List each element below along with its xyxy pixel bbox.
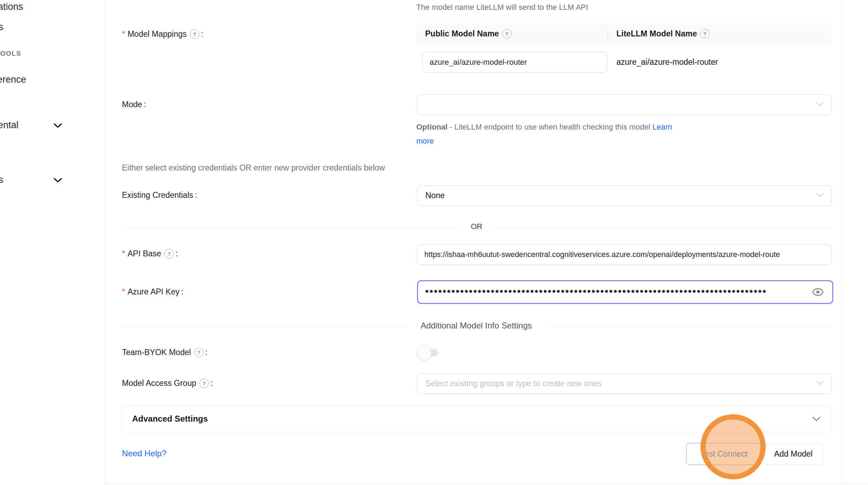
sidebar-item-organizations[interactable]: ations <box>0 1 23 12</box>
api-base-input-wrap <box>417 244 832 265</box>
colon: : <box>181 287 183 297</box>
model-access-group-placeholder: Select existing groups or type to create… <box>417 379 815 388</box>
sidebar-section-tools: TOOLS <box>0 50 21 57</box>
azure-api-key-label: * Azure API Key : <box>122 287 184 297</box>
litellm-model-name-value: azure_ai/azure-model-router <box>616 57 718 67</box>
required-mark: * <box>122 249 125 258</box>
content-right-divider <box>841 0 841 484</box>
learn-more-link[interactable]: more <box>416 137 434 145</box>
colon: : <box>201 29 203 39</box>
public-model-name-input[interactable] <box>423 58 607 67</box>
existing-credentials-label: Existing Credentials : <box>122 190 197 200</box>
api-base-label: * API Base ? : <box>122 249 178 258</box>
label-text: Azure API Key <box>128 287 179 297</box>
colon: : <box>176 249 178 258</box>
or-divider-line-right <box>495 227 831 227</box>
colon: : <box>205 348 207 357</box>
model-access-group-select[interactable]: Select existing groups or type to create… <box>417 373 832 394</box>
hint-optional: Optional <box>416 123 447 131</box>
help-icon[interactable]: ? <box>194 348 204 357</box>
model-access-group-label: Model Access Group ? : <box>122 379 213 388</box>
content-bottom-divider <box>105 484 868 484</box>
sidebar-item-inference[interactable]: erence <box>0 74 26 85</box>
help-icon[interactable]: ? <box>502 29 512 39</box>
mode-hint-line2: more <box>416 137 434 146</box>
or-divider-line-left <box>122 227 458 227</box>
chevron-down-icon <box>53 123 63 130</box>
api-base-input[interactable] <box>417 250 832 259</box>
add-model-page: ations s TOOLS erence ental s The model … <box>0 0 868 485</box>
colon: : <box>211 379 213 388</box>
info-divider-line-right <box>547 326 831 326</box>
column-header-text: Public Model Name <box>425 29 499 39</box>
learn-more-link[interactable]: Learn <box>652 123 672 131</box>
existing-credentials-value: None <box>417 191 815 200</box>
eye-icon[interactable] <box>812 287 824 297</box>
public-model-name-input-wrap <box>422 52 607 73</box>
team-byok-label: Team-BYOK Model ? : <box>122 348 207 357</box>
mode-select[interactable] <box>417 95 832 115</box>
sidebar: ations s TOOLS erence ental s <box>0 0 105 485</box>
azure-api-key-input[interactable]: ••••••••••••••••••••••••••••••••••••••••… <box>417 280 833 304</box>
add-model-button[interactable]: Add Model <box>764 443 823 465</box>
label-text: Mode <box>122 100 142 109</box>
info-divider-line-left <box>122 326 405 326</box>
credentials-note: Either select existing credentials OR en… <box>122 163 385 173</box>
colon: : <box>144 100 146 109</box>
required-mark: * <box>122 29 125 39</box>
hint-body: - LiteLLM endpoint to use when health ch… <box>447 123 652 131</box>
model-mappings-label: * Model Mappings ? : <box>122 29 203 39</box>
sidebar-item-experimental[interactable]: ental <box>0 120 105 132</box>
info-divider-text: Additional Model Info Settings <box>406 321 546 331</box>
need-help-link[interactable]: Need Help? <box>122 449 166 458</box>
label-text: Team-BYOK Model <box>122 348 191 357</box>
or-divider-text: OR <box>458 222 495 231</box>
colon: : <box>195 190 197 200</box>
label-text: API Base <box>128 249 161 258</box>
required-mark: * <box>122 287 125 297</box>
table-column-divider <box>608 28 608 40</box>
label-text: Existing Credentials <box>122 190 193 200</box>
chevron-down-icon <box>53 177 63 185</box>
help-icon[interactable]: ? <box>199 379 209 388</box>
label-text: Model Mappings <box>128 29 187 39</box>
team-byok-toggle-knob[interactable] <box>416 345 432 360</box>
mode-hint-line1: Optional - LiteLLM endpoint to use when … <box>416 123 672 132</box>
help-icon[interactable]: ? <box>164 249 174 258</box>
column-header-litellm-model-name: LiteLLM Model Name ? <box>616 29 710 39</box>
advanced-settings-title: Advanced Settings <box>132 414 812 424</box>
help-icon[interactable]: ? <box>700 29 710 39</box>
sidebar-item-label: ental <box>0 120 19 131</box>
chevron-down-icon <box>815 102 824 109</box>
sidebar-item-models[interactable]: s <box>0 22 4 33</box>
click-highlight-circle <box>700 414 766 479</box>
existing-credentials-select[interactable]: None <box>417 185 832 206</box>
chevron-down-icon <box>812 416 821 422</box>
sidebar-item-settings[interactable]: s <box>0 174 105 186</box>
mode-label: Mode : <box>122 100 146 109</box>
model-name-hint: The model name LiteLLM will send to the … <box>416 3 588 12</box>
chevron-down-icon <box>815 380 824 387</box>
help-icon[interactable]: ? <box>190 29 199 39</box>
chevron-down-icon <box>815 192 824 199</box>
masked-password-dots: ••••••••••••••••••••••••••••••••••••••••… <box>418 286 812 297</box>
label-text: Model Access Group <box>122 379 196 388</box>
column-header-public-model-name: Public Model Name ? <box>425 29 512 39</box>
column-header-text: LiteLLM Model Name <box>616 29 697 39</box>
sidebar-item-label: s <box>0 174 4 185</box>
